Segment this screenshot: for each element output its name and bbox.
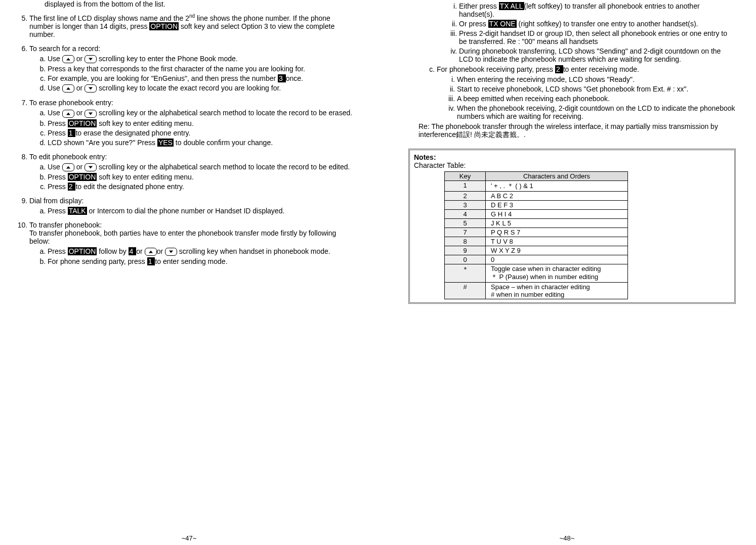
cell-chars: W X Y Z 9 — [486, 246, 628, 255]
c-iii: A beep emitted when receiving each phone… — [457, 95, 736, 103]
item-9: Dial from display: Press TALK or Interco… — [29, 197, 353, 215]
item-10-sub-c: For phonebook receiving party, press 2 t… — [418, 65, 736, 120]
notes-title: Notes: — [414, 153, 436, 161]
b-iii: Press 2-digit handset ID or group ID, th… — [459, 29, 736, 46]
c-iv: When the phonebook receiving, 2-digit co… — [457, 104, 736, 120]
cell-key: 8 — [445, 237, 486, 246]
table-row: #Space – when in character editing# when… — [445, 283, 628, 299]
up-icon — [62, 84, 74, 93]
item-7c: Press 1 to erase the designated phone en… — [48, 129, 353, 137]
page-47: displayed is from the bottom of the list… — [0, 0, 378, 545]
c-i: When entering the receiving mode, LCD sh… — [457, 75, 736, 83]
cell-chars: D E F 3 — [486, 201, 628, 210]
up-icon — [62, 55, 74, 63]
item-8: To edit phonebook entry: Use or scrollin… — [29, 153, 353, 191]
table-row: 4G H I 4 — [445, 210, 628, 219]
up-icon — [145, 248, 157, 256]
key-1: 1 — [147, 257, 155, 265]
item-7b: Press OPTION soft key to enter editing m… — [48, 119, 353, 127]
page-number: ~48~ — [560, 534, 575, 542]
down-icon — [165, 248, 177, 256]
table-row: 7P Q R S 7 — [445, 228, 628, 237]
option-key: OPTION — [68, 119, 97, 127]
item-10b-sub: Either press TX ALL(left softkey) to tra… — [439, 2, 736, 63]
cell-key: 5 — [445, 219, 486, 228]
item-6: To search for a record: Use or scrolling… — [29, 44, 353, 93]
cell-key: 2 — [445, 192, 486, 201]
character-table: Key Characters and Orders 1' + , . ＊ ( )… — [444, 171, 628, 299]
b-i: Either press TX ALL(left softkey) to tra… — [459, 2, 736, 18]
cell-chars: Toggle case when in character editing＊ P… — [486, 264, 628, 283]
page-48: Either press TX ALL(left softkey) to tra… — [378, 0, 756, 545]
down-icon — [85, 84, 97, 93]
key-1: 1 — [68, 129, 76, 137]
item-8a: Use or scrolling key or the alphabetical… — [48, 163, 353, 171]
item-5: The first line of LCD display shows name… — [29, 13, 353, 38]
table-row: ＊Toggle case when in character editing＊ … — [445, 264, 628, 283]
item-6b: Press a key that corresponds to the firs… — [48, 65, 353, 73]
item-7a: Use or scrolling key or the alphabetical… — [48, 109, 353, 117]
cell-chars: G H I 4 — [486, 210, 628, 219]
table-row: 5J K L 5 — [445, 219, 628, 228]
notes-subtitle: Character Table: — [414, 161, 466, 169]
tx-all-key: TX ALL — [499, 2, 524, 10]
key-2: 2 — [68, 183, 76, 191]
talk-key: TALK — [68, 207, 87, 215]
page-number: ~47~ — [182, 534, 197, 542]
item-7d: LCD shown "Are you sure?" Press YES to d… — [48, 139, 353, 147]
item-10b: For phone sending party, press 1 to ente… — [48, 257, 353, 265]
cell-key: ＊ — [445, 264, 486, 283]
cell-key: 4 — [445, 210, 486, 219]
cell-chars: 0 — [486, 255, 628, 264]
item-8c: Press 2 to edit the designated phone ent… — [48, 183, 353, 191]
cell-chars: ' + , . ＊ ( ) & 1 — [486, 181, 628, 192]
main-list: The first line of LCD display shows name… — [15, 13, 353, 265]
option-key: OPTION — [68, 173, 97, 181]
item-9a: Press TALK or Intercom to dial the phone… — [48, 207, 353, 215]
yes-key: YES — [157, 139, 174, 147]
table-row: 2A B C 2 — [445, 192, 628, 201]
item-10: To transfer phonebook: To transfer phone… — [29, 221, 353, 265]
item-7: To erase phonebook entry: Use or scrolli… — [29, 99, 353, 146]
continuation-text: displayed is from the bottom of the list… — [45, 0, 353, 8]
up-icon — [62, 110, 74, 118]
option-key: OPTION — [149, 22, 179, 30]
item-8b: Press OPTION soft key to enter editing m… — [48, 173, 353, 181]
table-row: 9W X Y Z 9 — [445, 246, 628, 255]
cell-chars: A B C 2 — [486, 192, 628, 201]
c-ii: Start to receive phonebook, LCD shows "G… — [457, 85, 736, 93]
key-4: 4 — [129, 247, 137, 255]
down-icon — [85, 110, 97, 118]
cell-key: 1 — [445, 181, 486, 192]
cell-key: 9 — [445, 246, 486, 255]
cell-key: 7 — [445, 228, 486, 237]
table-row: 00 — [445, 255, 628, 264]
option-key: OPTION — [68, 247, 97, 255]
item-6a: Use or scrolling key to enter the Phone … — [48, 55, 353, 63]
cell-chars: J K L 5 — [486, 219, 628, 228]
cell-chars: P Q R S 7 — [486, 228, 628, 237]
item-6c: For example, you are looking for "EnGeni… — [48, 74, 353, 82]
key-2: 2 — [555, 65, 563, 73]
down-icon — [85, 163, 97, 171]
item-10a: Press OPTION follow by 4 or or scrolling… — [48, 247, 353, 256]
cell-key: 0 — [445, 255, 486, 264]
cell-chars: Space – when in character editing# when … — [486, 283, 628, 299]
key-3: 3 — [278, 74, 286, 82]
table-row: 1' + , . ＊ ( ) & 1 — [445, 181, 628, 192]
th-chars: Characters and Orders — [486, 172, 628, 181]
item-10c: For phonebook receiving party, press 2 t… — [437, 65, 736, 120]
b-ii: Or press TX ONE (right softkey) to trans… — [459, 20, 736, 28]
down-icon — [85, 55, 97, 63]
cell-chars: T U V 8 — [486, 237, 628, 246]
notes-box: Notes: Character Table: Key Characters a… — [408, 149, 736, 304]
tx-one-key: TX ONE — [488, 20, 517, 28]
cell-key: 3 — [445, 201, 486, 210]
b-iv: During phonebook transferring, LCD shows… — [459, 47, 736, 63]
table-row: 8T U V 8 — [445, 237, 628, 246]
up-icon — [62, 163, 74, 171]
cell-key: # — [445, 283, 486, 299]
th-key: Key — [445, 172, 486, 181]
item-6d: Use or scrolling key to locate the exact… — [48, 84, 353, 93]
table-row: 3D E F 3 — [445, 201, 628, 210]
